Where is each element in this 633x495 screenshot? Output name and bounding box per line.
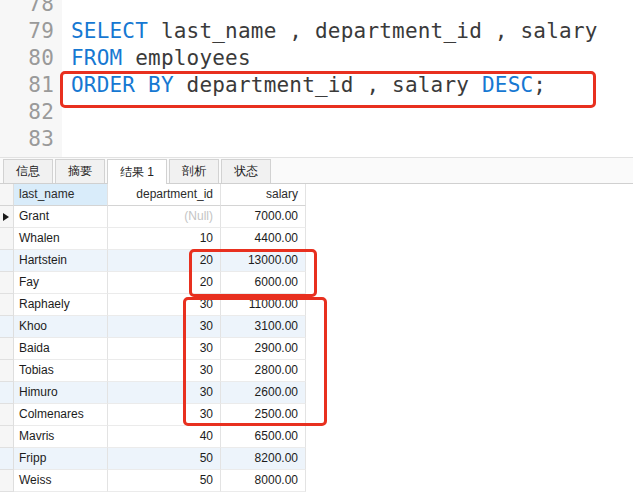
cell-department-id[interactable]: 50 — [108, 470, 221, 492]
line-number: 78 — [0, 0, 54, 18]
table-row: Hartstein2013000.00 — [0, 250, 633, 272]
column-header-last_name[interactable]: last_name — [14, 184, 108, 206]
sql-query-window: 7879SELECT last_name , department_id , s… — [0, 0, 633, 495]
code-text: SELECT last_name , department_id , salar… — [71, 18, 598, 45]
grid-header-row: last_namedepartment_idsalary — [0, 184, 633, 206]
code-line[interactable]: 79SELECT last_name , department_id , sal… — [0, 18, 633, 45]
row-selector-cell[interactable] — [0, 404, 14, 426]
current-row-marker-icon — [3, 213, 9, 221]
table-row: Mavris406500.00 — [0, 426, 633, 448]
cell-salary[interactable]: 11000.00 — [221, 294, 306, 316]
row-selector-cell[interactable] — [0, 448, 14, 470]
cell-last-name[interactable]: Whalen — [14, 228, 108, 250]
code-segment: FROM — [71, 46, 122, 70]
cell-department-id[interactable]: 10 — [108, 228, 221, 250]
row-selector-cell[interactable] — [0, 206, 14, 228]
cell-department-id[interactable]: 30 — [108, 404, 221, 426]
line-number: 79 — [0, 18, 54, 45]
line-number: 83 — [0, 126, 54, 153]
table-row: Colmenares302500.00 — [0, 404, 633, 426]
cell-salary[interactable]: 8000.00 — [221, 470, 306, 492]
cell-last-name[interactable]: Hartstein — [14, 250, 108, 272]
cell-department-id[interactable]: 30 — [108, 294, 221, 316]
code-text: FROM employees — [71, 45, 251, 72]
tab-摘要[interactable]: 摘要 — [55, 159, 105, 183]
cell-department-id[interactable]: 20 — [108, 272, 221, 294]
code-line[interactable]: 78 — [0, 0, 633, 18]
line-number: 82 — [0, 99, 54, 126]
cell-last-name[interactable]: Grant — [14, 206, 108, 228]
line-number: 80 — [0, 45, 54, 72]
code-segment: ; — [533, 73, 546, 97]
cell-salary[interactable]: 2900.00 — [221, 338, 306, 360]
code-segment: ORDER BY — [71, 73, 174, 97]
row-selector-cell[interactable] — [0, 382, 14, 404]
table-row: Raphaely3011000.00 — [0, 294, 633, 316]
cell-last-name[interactable]: Fripp — [14, 448, 108, 470]
code-segment: DESC — [482, 73, 533, 97]
code-line[interactable]: 82 — [0, 99, 633, 126]
code-line[interactable]: 80FROM employees — [0, 45, 633, 72]
code-segment: department_id , salary — [174, 73, 482, 97]
column-header-department_id[interactable]: department_id — [108, 184, 221, 206]
cell-salary[interactable]: 7000.00 — [221, 206, 306, 228]
cell-department-id[interactable]: 30 — [108, 316, 221, 338]
cell-last-name[interactable]: Colmenares — [14, 404, 108, 426]
row-selector-cell[interactable] — [0, 426, 14, 448]
table-row: Whalen104400.00 — [0, 228, 633, 250]
cell-last-name[interactable]: Raphaely — [14, 294, 108, 316]
editor-lines: 7879SELECT last_name , department_id , s… — [0, 0, 633, 153]
result-tabbar: 信息摘要结果 1剖析状态 — [0, 157, 633, 184]
code-segment: SELECT — [71, 19, 148, 43]
tab-状态[interactable]: 状态 — [221, 159, 271, 183]
cell-salary[interactable]: 2600.00 — [221, 382, 306, 404]
row-selector-cell[interactable] — [0, 250, 14, 272]
cell-last-name[interactable]: Weiss — [14, 470, 108, 492]
cell-salary[interactable]: 8200.00 — [221, 448, 306, 470]
code-segment: employees — [122, 46, 250, 70]
cell-last-name[interactable]: Fay — [14, 272, 108, 294]
cell-last-name[interactable]: Baida — [14, 338, 108, 360]
row-selector-cell[interactable] — [0, 272, 14, 294]
row-selector-cell[interactable] — [0, 228, 14, 250]
cell-department-id[interactable]: (Null) — [108, 206, 221, 228]
cell-department-id[interactable]: 30 — [108, 338, 221, 360]
cell-salary[interactable]: 2500.00 — [221, 404, 306, 426]
cell-last-name[interactable]: Mavris — [14, 426, 108, 448]
tab-信息[interactable]: 信息 — [3, 159, 53, 183]
cell-last-name[interactable]: Tobias — [14, 360, 108, 382]
cell-salary[interactable]: 6000.00 — [221, 272, 306, 294]
grid-corner-cell[interactable] — [0, 184, 14, 206]
row-selector-cell[interactable] — [0, 294, 14, 316]
row-selector-cell[interactable] — [0, 338, 14, 360]
cell-department-id[interactable]: 30 — [108, 382, 221, 404]
tab-结果 1[interactable]: 结果 1 — [107, 159, 167, 184]
cell-salary[interactable]: 13000.00 — [221, 250, 306, 272]
cell-salary[interactable]: 4400.00 — [221, 228, 306, 250]
code-text: ORDER BY department_id , salary DESC; — [71, 72, 546, 99]
sql-editor[interactable]: 7879SELECT last_name , department_id , s… — [0, 0, 633, 157]
line-number: 81 — [0, 72, 54, 99]
code-line[interactable]: 83 — [0, 126, 633, 153]
cell-salary[interactable]: 3100.00 — [221, 316, 306, 338]
cell-department-id[interactable]: 40 — [108, 426, 221, 448]
table-row: Tobias302800.00 — [0, 360, 633, 382]
cell-last-name[interactable]: Khoo — [14, 316, 108, 338]
column-header-salary[interactable]: salary — [221, 184, 306, 206]
tab-剖析[interactable]: 剖析 — [169, 159, 219, 183]
cell-salary[interactable]: 6500.00 — [221, 426, 306, 448]
result-grid: last_namedepartment_idsalary Grant(Null)… — [0, 184, 633, 492]
table-row: Fay206000.00 — [0, 272, 633, 294]
cell-department-id[interactable]: 50 — [108, 448, 221, 470]
cell-department-id[interactable]: 30 — [108, 360, 221, 382]
cell-department-id[interactable]: 20 — [108, 250, 221, 272]
code-line[interactable]: 81ORDER BY department_id , salary DESC; — [0, 72, 633, 99]
cell-salary[interactable]: 2800.00 — [221, 360, 306, 382]
row-selector-cell[interactable] — [0, 316, 14, 338]
table-row: Grant(Null)7000.00 — [0, 206, 633, 228]
row-selector-cell[interactable] — [0, 470, 14, 492]
code-segment: last_name , department_id , salary — [148, 19, 598, 43]
row-selector-cell[interactable] — [0, 360, 14, 382]
cell-last-name[interactable]: Himuro — [14, 382, 108, 404]
grid-body: Grant(Null)7000.00Whalen104400.00Hartste… — [0, 206, 633, 492]
